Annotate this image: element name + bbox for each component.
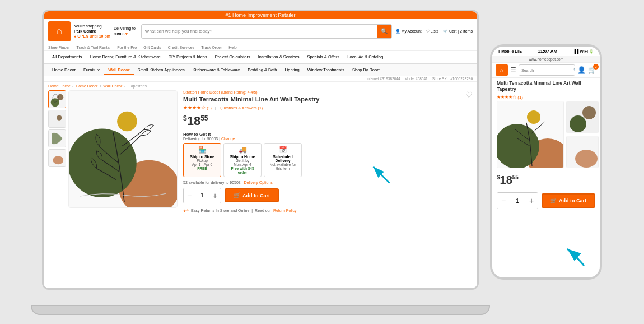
wishlist-button[interactable]: ♡ — [465, 90, 473, 99]
mobile-add-to-cart-row: − + 🛒 Add to Cart — [492, 189, 600, 212]
svg-point-4 — [57, 115, 62, 120]
return-policy-link[interactable]: Return Policy — [273, 209, 297, 212]
breadcrumb-current: Tapestries — [129, 84, 147, 88]
cat-all-departments[interactable]: All Departments — [48, 53, 86, 61]
mobile-cart-icon-btn: 🛒 — [550, 198, 557, 203]
review-count-link[interactable]: (1) — [207, 106, 212, 110]
thumbnail-3[interactable] — [48, 129, 66, 147]
breadcrumb-home-decor-2[interactable]: Home Decor — [76, 84, 97, 88]
subnav-furniture[interactable]: Furniture — [80, 66, 104, 74]
mobile-search-input[interactable] — [519, 65, 573, 75]
cart-badge: 2 — [593, 64, 599, 70]
svg-point-7 — [53, 156, 64, 164]
cat-installation[interactable]: Installation & Services — [254, 53, 304, 61]
cart-icon: 🛒 — [443, 29, 448, 33]
cat-local-ad[interactable]: Local Ad & Catalog — [343, 53, 387, 61]
qa-link[interactable]: Questions & Answers (1) — [220, 106, 263, 110]
change-zip-link[interactable]: Change — [221, 137, 235, 141]
credit-services-link[interactable]: Credit Services — [168, 45, 194, 49]
clock: 11:07 AM — [538, 49, 557, 54]
store-icon: 🏪 — [186, 146, 218, 154]
mobile-logo[interactable]: ⌂ — [496, 64, 508, 76]
gift-cards-link[interactable]: Gift Cards — [143, 45, 161, 49]
mobile-search-button[interactable]: 🔍 — [573, 65, 575, 75]
home-depot-logo[interactable]: ⌂ — [48, 21, 71, 41]
qty-decrease-button[interactable]: − — [184, 188, 195, 203]
breadcrumb: Home Decor / Home Decor / Wall Decor / T… — [44, 82, 477, 90]
subnav-shop-by-room[interactable]: Shop By Room — [348, 66, 384, 74]
mobile-qty-increase-button[interactable]: + — [525, 193, 538, 209]
mobile-star-rating: ★★★★☆ (1) — [492, 95, 600, 101]
subnav-kitchenware[interactable]: Kitchenware & Tableware — [189, 66, 244, 74]
cat-home-decor[interactable]: Home Decor, Furniture & Kitchenware — [86, 53, 164, 61]
shipping-options: 🏪 Ship to Store Pickup Apr 1 - Apr 6 FRE… — [183, 143, 473, 177]
thumbnail-list — [48, 90, 66, 215]
delivery-options-link[interactable]: Delivery Options — [244, 180, 272, 184]
mobile-qty-input[interactable] — [510, 193, 525, 209]
breadcrumb-home-decor[interactable]: Home Decor — [48, 84, 70, 88]
add-to-cart-button[interactable]: 🛒 Add to Cart — [225, 188, 279, 202]
svg-point-16 — [527, 110, 540, 124]
track-tool-rental-link[interactable]: Track & Tool Rental — [77, 45, 111, 49]
mobile-search-bar[interactable]: 🔍 — [519, 64, 575, 76]
track-order-link[interactable]: Track Order — [201, 45, 222, 49]
cat-diy[interactable]: DIY Projects & Ideas — [165, 53, 211, 61]
search-bar[interactable]: 🔍 — [141, 24, 392, 39]
zip-dropdown-icon[interactable]: ▾ — [125, 31, 128, 36]
laptop-screen-area: #1 Home Improvement Retailer ⌂ You're sh… — [42, 10, 479, 290]
ship-to-home-option[interactable]: 🚚 Ship to Home Get it by Mon, Apr 4 Free… — [223, 143, 262, 177]
mobile-qty-decrease-button[interactable]: − — [497, 193, 510, 209]
for-the-pro-link[interactable]: For the Pro — [117, 45, 137, 49]
brand-link[interactable]: Stratton Home Decor (Brand Rating: 4.4/5… — [183, 90, 258, 94]
site-header: ⌂ You're shopping Park Centre ● OPEN unt… — [44, 19, 477, 44]
my-account-link[interactable]: 👤 My Account — [395, 29, 422, 34]
mobile-add-to-cart-button[interactable]: 🛒 Add to Cart — [542, 193, 595, 208]
mobile-cart-icon[interactable]: 🛒 2 — [588, 66, 596, 74]
subnav-wall-decor[interactable]: Wall Decor — [104, 66, 133, 75]
thumbnail-2[interactable] — [48, 110, 66, 128]
cart-link[interactable]: 🛒 Cart | 2 Items — [443, 29, 473, 34]
mobile-thumb-1[interactable] — [566, 101, 599, 133]
hamburger-menu-icon[interactable]: ☰ — [510, 66, 516, 74]
header-links-row: Store Finder Track & Tool Rental For the… — [44, 44, 477, 51]
sub-nav: Home Decor Furniture Wall Decor Small Ki… — [44, 64, 477, 76]
add-to-cart-row: − + 🛒 Add to Cart — [183, 188, 473, 203]
product-gallery — [48, 90, 178, 215]
lists-link[interactable]: ♡ Lists — [426, 29, 438, 34]
category-nav: All Departments Home Decor, Furniture & … — [44, 51, 477, 64]
thumbnail-4[interactable] — [48, 149, 66, 167]
subnav-window[interactable]: Window Treatments — [304, 66, 348, 74]
cat-specials[interactable]: Specials & Offers — [303, 53, 343, 61]
subnav-bedding[interactable]: Bedding & Bath — [244, 66, 281, 74]
subnav-lighting[interactable]: Lighting — [281, 66, 303, 74]
scheduled-delivery-option[interactable]: 📅 Scheduled Delivery Not available for t… — [264, 143, 302, 177]
svg-point-2 — [51, 98, 59, 107]
delivery-info: Delivering to 90503 ▾ — [114, 26, 136, 36]
qty-increase-button[interactable]: + — [209, 188, 221, 203]
ship-to-store-option[interactable]: 🏪 Ship to Store Pickup Apr 1 - Apr 6 FRE… — [183, 143, 221, 177]
browser-window: #1 Home Improvement Retailer ⌂ You're sh… — [44, 11, 477, 288]
mobile-status-bar: T-Mobile LTE 11:07 AM ▐▐ WiFi 🔋 — [492, 47, 600, 56]
breadcrumb-wall-decor[interactable]: Wall Decor — [103, 84, 122, 88]
subnav-home-decor[interactable]: Home Decor — [48, 66, 80, 74]
search-input[interactable] — [142, 25, 377, 38]
mobile-thumb-2[interactable] — [566, 136, 599, 168]
thumbnail-1[interactable] — [48, 90, 66, 108]
model-info-bar: Internet #319382044 Model #58041 Store S… — [44, 76, 477, 82]
cat-calculators[interactable]: Project Calculators — [211, 53, 254, 61]
account-icon: 👤 — [395, 29, 400, 33]
product-info-panel: ♡ Stratton Home Decor (Brand Rating: 4.4… — [183, 90, 473, 215]
delivering-label: Delivering to — [114, 26, 136, 31]
product-page-content: ♡ Stratton Home Decor (Brand Rating: 4.4… — [44, 90, 477, 215]
qty-input[interactable] — [195, 188, 209, 203]
subnav-small-kitchen[interactable]: Small Kitchen Appliances — [134, 66, 189, 74]
mobile-screen: T-Mobile LTE 11:07 AM ▐▐ WiFi 🔋 www.home… — [492, 47, 600, 277]
search-button[interactable]: 🔍 — [377, 25, 391, 38]
help-link[interactable]: Help — [228, 45, 236, 49]
mobile-phone-device: T-Mobile LTE 11:07 AM ▐▐ WiFi 🔋 www.home… — [490, 44, 602, 280]
mobile-user-icon[interactable]: 👤 — [577, 66, 586, 74]
store-sku: Store SKU #1006223286 — [432, 77, 473, 81]
store-finder-link[interactable]: Store Finder — [48, 45, 70, 49]
battery-icon: 🔋 — [589, 49, 594, 54]
mobile-thumbnail-column — [566, 101, 599, 168]
